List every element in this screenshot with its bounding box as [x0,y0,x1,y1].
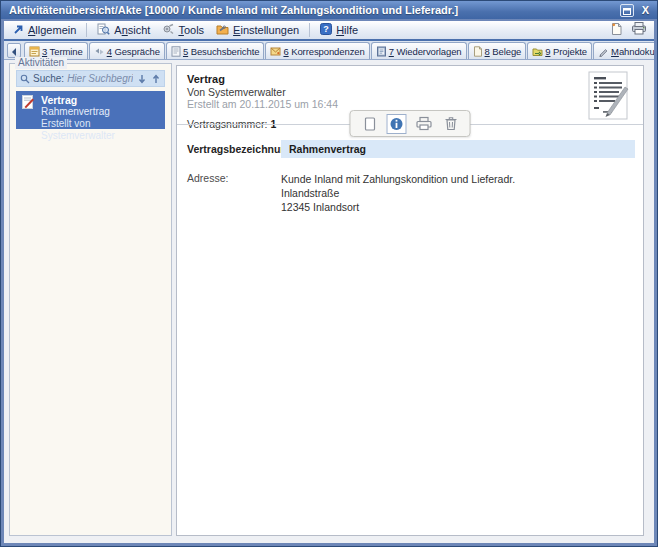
tab-label: 8 Belege [485,46,522,57]
search-icon [20,70,30,88]
address-line: Inlandstraße [281,186,515,200]
contract-document-illustration-icon [587,71,631,121]
menu-tools[interactable]: Tools [157,22,209,38]
svg-text:?: ? [323,24,329,34]
menu-label: Hilfe [336,24,358,36]
settings-icon [216,23,229,37]
field-value-vertragsbezeichnung: Rahmenvertrag [281,140,635,158]
tab-gespraeche[interactable]: 4 Gespräche [89,42,165,59]
info-icon [390,117,404,131]
besuchsberichte-icon [171,46,181,57]
tab-label: 9 Projekte [545,46,587,57]
contract-icon [21,94,35,126]
field-label-adresse: Adresse: [187,172,228,184]
tools-icon [162,23,174,37]
sidebar-legend: Aktivitäten [15,57,67,69]
tab-mahndokumente[interactable]: Mahndokumente [593,42,654,59]
trash-icon [444,116,457,131]
menu-allgemein[interactable]: Allgemein [8,23,81,38]
projekte-icon [532,46,543,57]
titlebar: Aktivitätenübersicht/Akte [10000 / Kunde… [1,1,657,19]
search-bar: Suche: [16,70,165,87]
activity-list-item-vertrag[interactable]: Vertrag Rahmenvertrag Erstellt von Syste… [16,91,165,129]
copy-button[interactable] [360,114,380,134]
arrow-down-icon [138,74,146,84]
arrow-up-icon [152,74,160,84]
tab-wiedervorlagen[interactable]: 7 Wiedervorlagen [371,42,467,59]
menu-label: Ansicht [114,24,150,36]
detail-author: Von Systemverwalter [187,86,286,98]
search-input[interactable] [67,73,133,84]
search-prev-button[interactable] [150,72,161,85]
close-button[interactable]: X [640,4,651,16]
info-button[interactable] [387,114,407,134]
address-line: 12345 Inlandsort [281,200,515,214]
activities-sidebar: Aktivitäten Suche: Vertrag Rahmenvertrag… [9,63,172,536]
menu-label: Einstellungen [233,24,299,36]
tab-korrespondenzen[interactable]: 6 Korrespondenzen [265,42,369,59]
menu-einstellungen[interactable]: Einstellungen [211,22,304,38]
menu-ansicht[interactable]: Ansicht [92,22,155,38]
restore-window-icon [623,1,631,19]
tab-belege[interactable]: 8 Belege [468,42,527,59]
window-title: Aktivitätenübersicht/Akte [10000 / Kunde… [9,4,620,16]
tabbar: 3 Termine 4 Gespräche 5 Besuchsberichte … [4,41,654,60]
menu-hilfe[interactable]: ? Hilfe [315,22,363,38]
field-value-adresse: Kunde Inland mit Zahlungskondition und L… [281,172,515,214]
termine-icon [29,46,40,57]
menu-separator [86,23,87,37]
tab-label: 4 Gespräche [107,46,160,57]
tab-label: 5 Besuchsberichte [183,46,259,57]
mahndokumente-icon [598,46,609,57]
copy-icon [362,116,377,132]
korrespondenzen-icon [270,46,281,57]
record-toolbar [350,110,471,137]
activity-item-text: Vertrag Rahmenvertrag Erstellt von Syste… [41,94,160,126]
activity-item-subtitle: Rahmenvertrag [41,106,160,118]
print-button[interactable] [628,20,650,40]
activity-item-title: Vertrag [41,94,160,106]
new-document-icon [610,21,623,40]
tab-label: Mahndokumente [611,46,654,57]
help-icon: ? [320,23,332,37]
view-icon [97,23,110,37]
menu-label: Allgemein [28,24,76,36]
activity-item-meta: Erstellt von Systemverwalter [41,118,160,142]
restore-button[interactable] [620,4,634,17]
print-icon [631,21,647,39]
tab-projekte[interactable]: 9 Projekte [527,42,592,59]
menu-separator [309,23,310,37]
menubar: Allgemein Ansicht Tools Einstellungen ? … [4,21,654,41]
new-document-button[interactable] [607,20,626,41]
detail-title: Vertrag [187,73,225,85]
search-next-button[interactable] [136,72,147,85]
search-label: Suche: [33,73,64,84]
gespraeche-icon [94,46,105,57]
tab-label: 3 Termine [42,46,83,57]
content-area: Aktivitäten Suche: Vertrag Rahmenvertrag… [4,60,654,543]
belege-icon [473,46,483,57]
window-frame: Allgemein Ansicht Tools Einstellungen ? … [1,19,657,546]
address-line: Kunde Inland mit Zahlungskondition und L… [281,172,515,186]
tab-scroll-left-button[interactable] [7,43,21,58]
window-controls: X [620,4,651,17]
application-window: Aktivitätenübersicht/Akte [10000 / Kunde… [0,0,658,547]
tab-besuchsberichte[interactable]: 5 Besuchsberichte [166,42,264,59]
printer-icon [415,116,432,131]
delete-button[interactable] [441,114,461,134]
contract-detail-card: Vertrag Von Systemverwalter Erstellt am … [176,65,644,536]
detail-created-timestamp: Erstellt am 20.11.2015 um 16:44 [187,98,338,110]
menu-label: Tools [178,24,204,36]
tab-label: 6 Korrespondenzen [283,46,364,57]
tab-label: 7 Wiedervorlagen [389,46,462,57]
wiedervorlagen-icon [376,46,387,57]
print-record-button[interactable] [414,114,434,134]
arrow-ne-icon [13,24,24,37]
